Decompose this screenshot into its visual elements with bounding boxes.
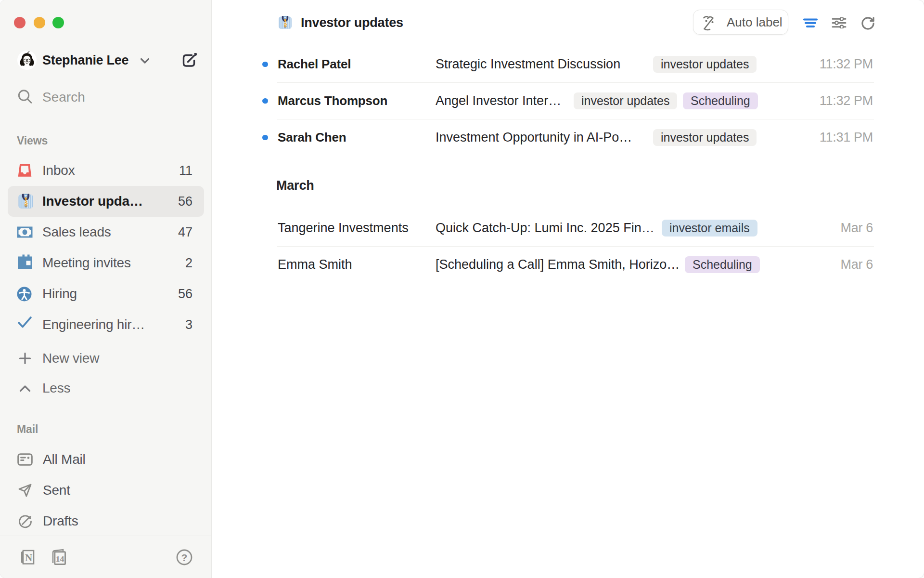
svg-text:N: N [25,552,32,564]
svg-text:?: ? [181,552,188,563]
svg-text:14: 14 [56,554,64,564]
